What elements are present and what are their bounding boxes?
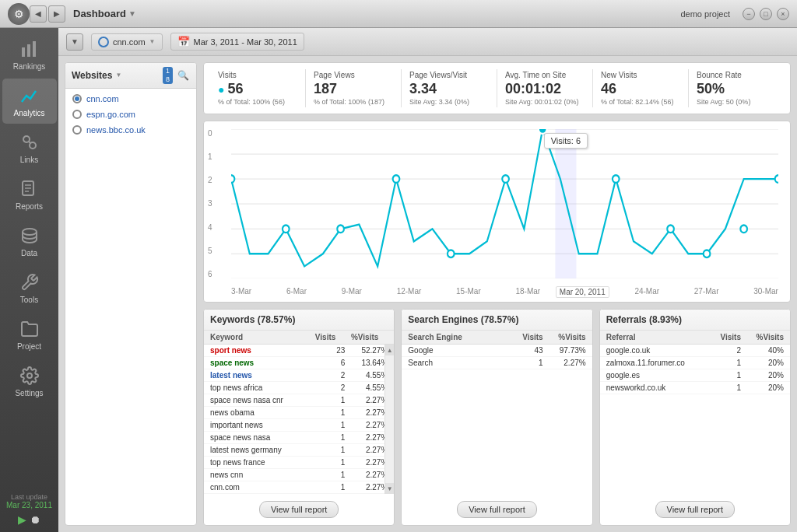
tools-icon [19,271,40,293]
sidebar-bottom: Last update Mar 23, 2011 ▶ ⏺ [0,487,58,532]
globe-icon [98,37,109,47]
search-engines-body: Google4397.73% Search12.27% [402,345,592,494]
date-badge[interactable]: 📅 Mar 3, 2011 - Mar 30, 2011 [170,33,304,51]
col-keyword: Keyword [210,333,304,341]
svg-point-4 [30,142,36,149]
title-dropdown-icon[interactable]: ▼ [128,9,136,18]
referrals-table: Referrals (8.93%) Referral Visits %Visit… [599,309,791,526]
col-se-pct: %Visits [543,333,586,341]
col-se-visits: Visits [512,333,543,341]
table-row: sport news2352.27% [204,345,394,357]
sidebar-item-project[interactable]: Project [2,312,57,357]
sidebar-item-analytics[interactable]: Analytics [2,79,57,124]
maximize-button[interactable]: □ [760,8,772,20]
play-icon[interactable]: ▶ [18,513,26,526]
websites-search-button[interactable]: 🔍 [176,68,190,82]
sidebar-item-tools[interactable]: Tools [2,265,57,310]
sidebar: Rankings Analytics Links Reports Data [0,28,58,532]
table-row: news cnn12.27% [204,469,394,481]
websites-dropdown-icon[interactable]: ▼ [115,72,121,79]
sidebar-label-analytics: Analytics [13,109,44,117]
svg-rect-2 [33,41,36,57]
website-item[interactable]: espn.go.com [69,108,192,121]
keywords-table-title: Keywords (78.57%) [204,310,394,331]
sidebar-label-settings: Settings [15,389,43,397]
analytics-icon [19,85,40,107]
chart-tooltip: Visits: 6 [544,133,588,149]
stat-visits: Visits 56 % of Total: 100% (56) [210,69,306,107]
sidebar-item-data[interactable]: Data [2,219,57,264]
svg-point-30 [740,225,747,233]
referrals-view-full-button[interactable]: View full report [655,501,736,518]
table-row: Google4397.73% [402,345,592,357]
svg-point-28 [667,225,674,233]
last-update-label: Last update [6,493,52,501]
keywords-table-body: sport news2352.27% space news613.64% lat… [204,345,394,494]
table-row: google.es120% [600,369,790,382]
forward-button[interactable]: ▶ [48,5,65,23]
sidebar-item-rankings[interactable]: Rankings [2,32,57,77]
col-referral: Referral [606,333,710,341]
col-ref-visits: Visits [710,333,741,341]
website-radio-espn[interactable] [72,110,82,119]
close-button[interactable]: × [777,8,789,20]
y-axis: 6 5 4 3 2 1 0 [208,129,212,278]
sidebar-label-rankings: Rankings [13,62,46,71]
minimize-button[interactable]: − [743,8,755,20]
stat-visits-sub: % of Total: 100% (56) [218,98,297,106]
keywords-scrollbar[interactable]: ▲ ▼ [384,345,394,494]
stat-pvv-label: Page Views/Visit [409,71,489,79]
website-item[interactable]: cnn.com [69,93,192,105]
sidebar-item-settings[interactable]: Settings [2,359,57,404]
stat-pv-sub: % of Total: 100% (187) [314,98,393,106]
title-bar: ⚙ ◀ ▶ Dashboard ▼ demo project − □ × [0,0,797,28]
website-radio-bbc[interactable] [72,125,82,135]
dropdown-toggle[interactable]: ▼ [66,33,83,51]
stat-pv-label: Page Views [314,71,393,79]
page-title: Dashboard [73,8,126,19]
search-engines-view-full-button[interactable]: View full report [457,501,537,518]
line-chart [231,129,778,278]
keywords-view-full-button[interactable]: View full report [259,501,339,518]
stat-br-label: Bounce Rate [697,71,776,79]
website-item[interactable]: news.bbc.co.uk [69,124,192,136]
record-icon[interactable]: ⏺ [30,513,40,526]
svg-rect-0 [22,47,25,57]
referrals-body: google.co.uk240% zalmoxa.11.forumer.co12… [600,345,790,494]
table-row: Search12.27% [402,357,592,369]
chart-area: Visits: 6 6 5 4 3 2 1 0 [203,121,791,303]
top-toolbar: ▼ cnn.com ▼ 📅 Mar 3, 2011 - Mar 30, 2011 [58,28,797,56]
stat-pvv-value: 3.34 [409,81,489,98]
count-top: 1 [166,67,170,75]
keywords-table-header: Keyword Visits %Visits [204,331,394,345]
links-icon [19,131,40,153]
svg-point-22 [337,225,344,233]
sidebar-item-reports[interactable]: Reports [2,172,57,217]
site-badge[interactable]: cnn.com ▼ [91,33,163,51]
table-row: zalmoxa.11.forumer.co120% [600,357,790,369]
sidebar-label-reports: Reports [16,202,43,211]
tables-row: Keywords (78.57%) Keyword Visits %Visits… [203,309,791,526]
sidebar-label-project: Project [17,342,41,351]
sidebar-label-data: Data [21,249,37,257]
search-engines-header: Search Engine Visits %Visits [402,331,592,345]
table-row: top news africa24.55% [204,382,394,394]
scroll-down[interactable]: ▼ [385,483,395,494]
website-radio-cnn[interactable] [72,94,82,103]
count-bottom: 8 [166,75,170,84]
search-engines-title: Search Engines (78.57%) [402,310,592,331]
back-button[interactable]: ◀ [30,5,47,23]
dashboard-body: Websites ▼ 1 8 🔍 cnn.com [58,56,797,532]
svg-rect-1 [27,44,30,57]
stat-at-value: 00:01:02 [505,81,585,98]
table-row: news obama12.27% [204,407,394,419]
svg-point-24 [448,250,455,257]
websites-panel-header: Websites ▼ 1 8 🔍 [65,63,196,89]
sidebar-item-links[interactable]: Links [2,125,57,170]
table-row: newsworkd.co.uk120% [600,382,790,394]
stats-row: Visits 56 % of Total: 100% (56) Page Vie… [203,62,791,114]
scroll-up[interactable]: ▲ [385,345,395,355]
svg-point-29 [704,250,711,257]
sidebar-label-links: Links [20,156,38,164]
referrals-header: Referral Visits %Visits [600,331,790,345]
